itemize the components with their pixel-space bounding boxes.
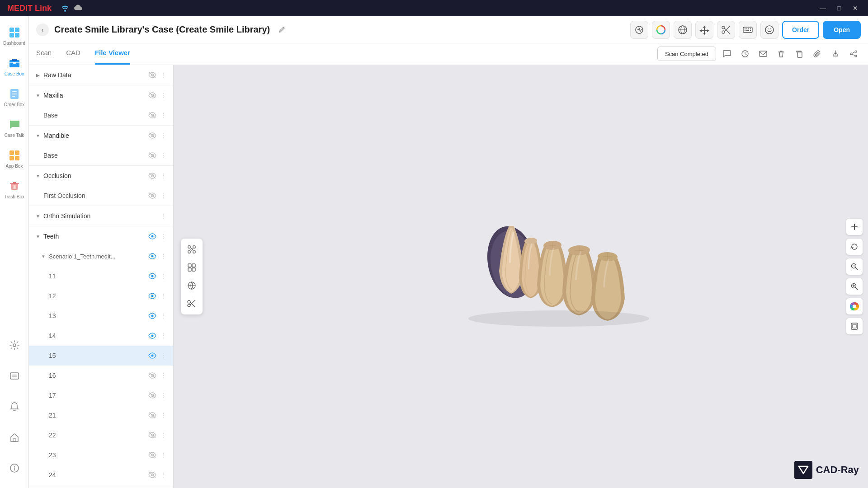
layer-row-ortho[interactable]: ▼ Ortho Simulation ⋮: [29, 206, 173, 226]
visibility-tooth22-icon[interactable]: [146, 429, 159, 441]
order-button[interactable]: Order: [782, 21, 819, 39]
focus-view-button[interactable]: [184, 241, 200, 258]
layer-row-maxilla-base[interactable]: Base ⋮: [29, 105, 173, 125]
cut-tool-button[interactable]: [717, 21, 735, 39]
back-button[interactable]: ‹: [36, 23, 49, 36]
visibility-tooth17-icon[interactable]: [146, 389, 159, 402]
sidebar-item-trashbox[interactable]: Trash Box: [2, 175, 27, 204]
visibility-rawdata-icon[interactable]: [146, 69, 159, 81]
menu-tooth16-icon[interactable]: ⋮: [159, 369, 168, 382]
visibility-tooth12-icon[interactable]: [146, 290, 159, 302]
reset-rotation-button[interactable]: [846, 239, 863, 255]
layer-row-tooth-15[interactable]: 15 ⋮: [29, 346, 173, 366]
layer-row-tooth-16[interactable]: 16 ⋮: [29, 366, 173, 385]
layer-row-tooth-13[interactable]: 13 ⋮: [29, 306, 173, 326]
tab-scan[interactable]: Scan: [36, 43, 52, 65]
menu-tooth22-icon[interactable]: ⋮: [159, 429, 168, 441]
maximize-button[interactable]: □: [834, 3, 844, 14]
zoom-out-mag-button[interactable]: [846, 258, 863, 275]
toolbar-history-icon[interactable]: [738, 47, 752, 61]
visibility-mandible-base-icon[interactable]: [146, 149, 159, 162]
menu-tooth14-icon[interactable]: ⋮: [159, 329, 168, 342]
visibility-tooth23-icon[interactable]: [146, 449, 159, 461]
keyboard-tool-button[interactable]: [739, 21, 757, 39]
sidebar-item-appbox[interactable]: App Box: [2, 145, 27, 174]
cut-view-button[interactable]: [184, 296, 200, 312]
layer-row-maxilla[interactable]: ▼ Maxilla ⋮: [29, 85, 173, 105]
menu-tooth23-icon[interactable]: ⋮: [159, 449, 168, 461]
visibility-tooth16-icon[interactable]: [146, 369, 159, 382]
toolbar-trash-icon[interactable]: [774, 47, 788, 61]
menu-maxilla-icon[interactable]: ⋮: [159, 89, 168, 102]
menu-tooth15-icon[interactable]: ⋮: [159, 349, 168, 362]
layer-row-mandible[interactable]: ▼ Mandible ⋮: [29, 126, 173, 145]
layer-row-teeth[interactable]: ▼ Teeth ⋮: [29, 226, 173, 246]
visibility-maxilla-icon[interactable]: [146, 89, 159, 102]
layer-row-mandible-base[interactable]: Base ⋮: [29, 145, 173, 165]
edit-title-icon[interactable]: [275, 23, 288, 36]
layer-row-tooth-17[interactable]: 17 ⋮: [29, 385, 173, 405]
grid-view-button[interactable]: [184, 259, 200, 276]
layer-row-tooth-12[interactable]: 12 ⋮: [29, 286, 173, 306]
menu-maxilla-base-icon[interactable]: ⋮: [159, 109, 168, 122]
sphere-view-button[interactable]: [184, 277, 200, 294]
globe-tool-button[interactable]: [674, 21, 692, 39]
visibility-first-occlusion-icon[interactable]: [146, 189, 159, 202]
color-tool-button[interactable]: [652, 21, 670, 39]
zoom-in-mag-button[interactable]: [846, 278, 863, 295]
sidebar-item-casetalk[interactable]: Case Talk: [2, 114, 27, 143]
menu-ortho-icon[interactable]: ⋮: [159, 210, 168, 222]
menu-scenario1-icon[interactable]: ⋮: [159, 250, 168, 263]
menu-tooth12-icon[interactable]: ⋮: [159, 290, 168, 302]
menu-first-occlusion-icon[interactable]: ⋮: [159, 189, 168, 202]
visibility-tooth11-icon[interactable]: [146, 270, 159, 282]
visibility-tooth15-icon[interactable]: [146, 349, 159, 362]
layer-row-rawdata[interactable]: ▶ Raw Data ⋮: [29, 65, 173, 85]
sidebar-item-home[interactable]: [2, 423, 27, 452]
zoom-in-button[interactable]: [846, 219, 863, 235]
scan-tool-button[interactable]: [630, 21, 648, 39]
visibility-tooth21-icon[interactable]: [146, 409, 159, 422]
sidebar-item-casebox[interactable]: Case Box: [2, 52, 27, 81]
visibility-mandible-icon[interactable]: [146, 129, 159, 142]
sidebar-item-settings[interactable]: [2, 331, 27, 360]
menu-teeth-icon[interactable]: ⋮: [159, 230, 168, 243]
menu-tooth21-icon[interactable]: ⋮: [159, 409, 168, 422]
close-button[interactable]: ✕: [850, 3, 861, 14]
menu-tooth13-icon[interactable]: ⋮: [159, 310, 168, 322]
sidebar-item-orderbox[interactable]: Order Box: [2, 83, 27, 112]
menu-mandible-icon[interactable]: ⋮: [159, 129, 168, 142]
layer-row-scenario1[interactable]: ▼ Scenario 1_Teeth.medit... ⋮: [29, 246, 173, 266]
move-tool-button[interactable]: [695, 21, 713, 39]
visibility-occlusion-icon[interactable]: [146, 169, 159, 182]
toolbar-mail-icon[interactable]: [756, 47, 770, 61]
layer-row-first-occlusion[interactable]: First Occlusion ⋮: [29, 186, 173, 206]
visibility-tooth13-icon[interactable]: [146, 310, 159, 322]
tab-cad[interactable]: CAD: [66, 43, 80, 65]
menu-mandible-base-icon[interactable]: ⋮: [159, 149, 168, 162]
layer-row-tooth-23[interactable]: 23 ⋮: [29, 445, 173, 465]
minimize-button[interactable]: —: [817, 3, 828, 14]
scan-completed-button[interactable]: Scan Completed: [657, 47, 716, 61]
sidebar-item-info[interactable]: [2, 454, 27, 483]
visibility-tooth24-icon[interactable]: [146, 469, 159, 481]
smile-tool-button[interactable]: [760, 21, 778, 39]
visibility-teeth-icon[interactable]: [146, 230, 159, 243]
sidebar-item-dashboard[interactable]: Dashboard: [2, 22, 27, 51]
layer-row-occlusion[interactable]: ▼ Occlusion ⋮: [29, 166, 173, 186]
visibility-scenario1-icon[interactable]: [146, 250, 159, 263]
toolbar-share-icon[interactable]: [846, 47, 861, 61]
menu-occlusion-icon[interactable]: ⋮: [159, 169, 168, 182]
toolbar-chat-icon[interactable]: [720, 47, 734, 61]
tab-fileviewer[interactable]: File Viewer: [95, 43, 130, 65]
menu-tooth24-icon[interactable]: ⋮: [159, 469, 168, 481]
toolbar-attach-icon[interactable]: [810, 47, 825, 61]
layer-row-tooth-11[interactable]: 11 ⋮: [29, 266, 173, 286]
layer-display-button[interactable]: [846, 318, 863, 334]
toolbar-export-icon[interactable]: [828, 47, 843, 61]
layer-row-tooth-24[interactable]: 24 ⋮: [29, 465, 173, 485]
toolbar-copy-icon[interactable]: [792, 47, 807, 61]
sidebar-item-notify[interactable]: [2, 392, 27, 421]
open-button[interactable]: Open: [823, 21, 861, 39]
color-wheel-button[interactable]: [846, 298, 863, 314]
